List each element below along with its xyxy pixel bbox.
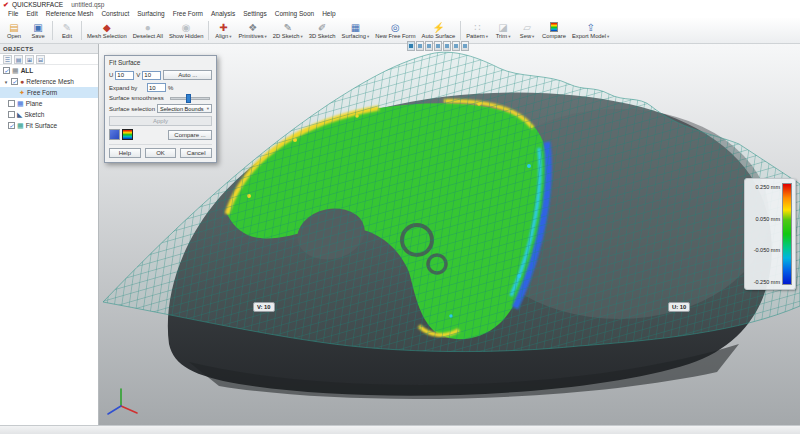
view-toolbar-button[interactable] xyxy=(452,41,460,51)
edit-button[interactable]: ✎ Edit xyxy=(55,18,79,43)
dropdown-arrow-icon[interactable]: ▾ xyxy=(532,33,534,40)
view-toolbar-button[interactable] xyxy=(416,41,424,51)
toolbar-label: 3D Sketch xyxy=(309,33,336,40)
view-toolbar xyxy=(407,41,469,51)
menu-surfacing[interactable]: Surfacing xyxy=(133,10,168,17)
expand-all-icon[interactable]: ▤ xyxy=(14,55,23,64)
menu-analysis[interactable]: Analysis xyxy=(207,10,239,17)
tree-item-sketch[interactable]: ◣ Sketch xyxy=(0,109,98,120)
dropdown-arrow-icon[interactable]: ▾ xyxy=(486,33,488,40)
menu-construct[interactable]: Construct xyxy=(97,10,133,17)
open-icon: ▤ xyxy=(9,22,18,33)
menu-file[interactable]: File xyxy=(4,10,22,17)
view-toolbar-button[interactable] xyxy=(434,41,442,51)
view-toolbar-button[interactable] xyxy=(407,41,415,51)
tree-item-fit-surface[interactable]: ✓ ▦ Fit Surface xyxy=(0,120,98,131)
new-free-form-button[interactable]: ◎ New Free Form xyxy=(372,18,418,43)
deviation-map-swatch[interactable] xyxy=(122,129,133,140)
show-hidden-button[interactable]: ◉ Show Hidden xyxy=(166,18,206,43)
toolbar-label: Compare xyxy=(542,33,566,40)
compare-button-dialog[interactable]: Compare ... xyxy=(168,130,212,140)
menu-edit[interactable]: Edit xyxy=(22,10,41,17)
checkbox-reference-mesh[interactable]: ✓ xyxy=(11,78,18,85)
filter-icon[interactable]: ⊟ xyxy=(36,55,45,64)
checkbox-sketch[interactable] xyxy=(8,111,15,118)
tree-item-plane[interactable]: ▦ Plane xyxy=(0,98,98,109)
pattern-icon: ∷ xyxy=(474,22,480,33)
menu-coming-soon[interactable]: Coming Soon xyxy=(271,10,318,17)
u-input[interactable] xyxy=(115,71,134,80)
tree-item-all[interactable]: ✓ ▦ ALL xyxy=(0,65,98,76)
solid-color-swatch[interactable] xyxy=(109,129,120,140)
primitives-button[interactable]: ❖ Primitives▾ xyxy=(235,18,269,43)
align-icon: ✚ xyxy=(219,22,227,33)
auto-button[interactable]: Auto ... xyxy=(163,70,212,80)
v-input[interactable] xyxy=(142,71,161,80)
tree-item-label: Sketch xyxy=(24,111,44,118)
save-button[interactable]: ▣ Save xyxy=(26,18,50,43)
dropdown-arrow-icon[interactable]: ▾ xyxy=(265,33,267,40)
expand-by-input[interactable] xyxy=(147,83,166,92)
surface-smoothness-slider[interactable] xyxy=(170,97,210,100)
checkbox-plane[interactable] xyxy=(8,100,15,107)
all-objects-icon: ▦ xyxy=(12,67,19,74)
align-button[interactable]: ✚ Align▾ xyxy=(211,18,235,43)
help-button[interactable]: Help xyxy=(109,148,141,158)
open-button[interactable]: ▤ Open xyxy=(2,18,26,43)
sketch-3d-button[interactable]: ✐ 3D Sketch xyxy=(306,18,339,43)
slider-handle[interactable] xyxy=(186,94,191,103)
title-bar: ✔ QUICKSURFACE untitled.qsp xyxy=(0,0,800,9)
pattern-button[interactable]: ∷ Pattern▾ xyxy=(463,18,491,43)
deviation-legend: 0.250 mm 0.050 mm -0.050 mm -0.250 mm xyxy=(744,178,796,290)
checkbox-fit-surface[interactable]: ✓ xyxy=(8,122,15,129)
dropdown-arrow-icon[interactable]: ▾ xyxy=(229,33,231,40)
sketch-2d-button[interactable]: ✎ 2D Sketch▾ xyxy=(270,18,306,43)
apply-button[interactable]: Apply xyxy=(109,116,212,126)
menu-reference-mesh[interactable]: Reference Mesh xyxy=(42,10,98,17)
list-view-icon[interactable]: ☰ xyxy=(3,55,12,64)
collapse-all-icon[interactable]: ⊞ xyxy=(25,55,34,64)
surface-selection-dropdown[interactable]: Selection Bounds ▾ xyxy=(157,104,212,113)
sketch-3d-icon: ✐ xyxy=(318,22,326,33)
plane-icon: ▦ xyxy=(17,100,24,107)
legend-label-max: 0.250 mm xyxy=(756,184,780,190)
view-toolbar-button[interactable] xyxy=(443,41,451,51)
primitives-icon: ❖ xyxy=(248,22,257,33)
ok-button[interactable]: OK xyxy=(145,148,177,158)
view-toolbar-button[interactable] xyxy=(425,41,433,51)
dropdown-arrow-icon[interactable]: ▾ xyxy=(508,33,510,40)
toolbar-label: New Free Form xyxy=(375,33,415,40)
export-model-icon: ⇪ xyxy=(586,22,594,33)
toolbar-label: Show Hidden xyxy=(169,33,203,40)
mesh-selection-button[interactable]: ◆ Mesh Selection xyxy=(84,18,130,43)
free-form-icon: ✦ xyxy=(19,89,25,96)
expander-icon[interactable]: ▾ xyxy=(3,79,9,85)
dropdown-arrow-icon[interactable]: ▾ xyxy=(367,33,369,40)
menu-help[interactable]: Help xyxy=(318,10,339,17)
compare-icon xyxy=(550,22,558,33)
deselect-all-button[interactable]: ● Deselect All xyxy=(130,18,166,43)
deselect-all-icon: ● xyxy=(145,22,151,33)
status-bar xyxy=(0,425,800,434)
export-model-button[interactable]: ⇪ Export Model▾ xyxy=(569,18,612,43)
tree-item-free-form[interactable]: ✦ Free Form xyxy=(0,87,98,98)
cancel-button[interactable]: Cancel xyxy=(180,148,212,158)
surfacing-button[interactable]: ▦ Surfacing▾ xyxy=(339,18,373,43)
menu-free-form[interactable]: Free Form xyxy=(169,10,207,17)
dropdown-arrow-icon[interactable]: ▾ xyxy=(301,33,303,40)
auto-surface-icon: ⚡ xyxy=(432,22,444,33)
menu-bar: File Edit Reference Mesh Construct Surfa… xyxy=(0,9,800,18)
checkbox-all[interactable]: ✓ xyxy=(3,67,10,74)
objects-tree: ✓ ▦ ALL ▾ ✓ ● Reference Mesh ✦ Free Form… xyxy=(0,65,98,131)
dropdown-arrow-icon[interactable]: ▾ xyxy=(607,33,609,40)
auto-surface-button[interactable]: ⚡ Auto Surface xyxy=(419,18,459,43)
menu-settings[interactable]: Settings xyxy=(239,10,271,17)
tree-item-reference-mesh[interactable]: ▾ ✓ ● Reference Mesh xyxy=(0,76,98,87)
view-toolbar-button[interactable] xyxy=(461,41,469,51)
sew-button[interactable]: ▱ Sew▾ xyxy=(515,18,539,43)
toolbar-label: 2D Sketch xyxy=(273,33,300,40)
compare-button[interactable]: Compare xyxy=(539,18,569,43)
trim-button[interactable]: ◪ Trim▾ xyxy=(491,18,515,43)
legend-label-mid-low: -0.050 mm xyxy=(754,247,780,253)
toolbar-label: Deselect All xyxy=(133,33,163,40)
